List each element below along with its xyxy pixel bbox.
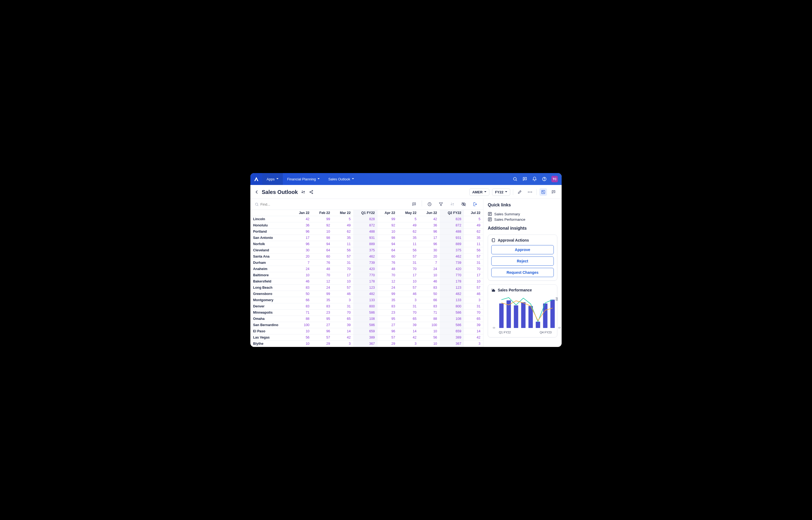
cell[interactable]: 29 xyxy=(377,341,398,347)
cell[interactable]: 62 xyxy=(333,229,353,235)
cell[interactable]: 57 xyxy=(312,335,333,341)
table-row[interactable]: Bakersfield46121017812104617810 xyxy=(250,279,483,285)
cell[interactable]: 39 xyxy=(333,322,353,328)
cell[interactable]: 10 xyxy=(419,341,440,347)
cell[interactable]: 27 xyxy=(377,322,398,328)
cell[interactable]: 20 xyxy=(292,254,312,260)
cell[interactable]: 88 xyxy=(292,316,312,322)
comments-icon[interactable] xyxy=(522,176,528,182)
cell[interactable]: 828 xyxy=(353,216,377,223)
cell[interactable]: 24 xyxy=(292,266,312,272)
cell[interactable]: 57 xyxy=(464,254,483,260)
cell[interactable]: 70 xyxy=(312,272,333,279)
cell[interactable]: 57 xyxy=(398,285,419,291)
cell[interactable]: 3 xyxy=(398,297,419,303)
cell[interactable]: 50 xyxy=(292,291,312,297)
cell[interactable]: 3 xyxy=(464,297,483,303)
cell[interactable]: 14 xyxy=(333,328,353,335)
cell[interactable]: 70 xyxy=(333,310,353,316)
table-row[interactable]: Greensboro50994648299465048246 xyxy=(250,291,483,297)
cell[interactable]: 65 xyxy=(333,316,353,322)
cell[interactable]: 57 xyxy=(398,254,419,260)
cell[interactable]: 99 xyxy=(312,291,333,297)
swap-icon[interactable] xyxy=(301,189,306,195)
cell[interactable]: 488 xyxy=(440,229,464,235)
col-header[interactable]: Jan 22 xyxy=(292,210,312,216)
col-header[interactable]: Jun 22 xyxy=(419,210,440,216)
cell[interactable]: 57 xyxy=(377,335,398,341)
cell[interactable]: 10 xyxy=(292,341,312,347)
cell[interactable]: 178 xyxy=(353,279,377,285)
cell[interactable]: 24 xyxy=(419,266,440,272)
cell[interactable]: 42 xyxy=(333,335,353,341)
cell[interactable]: 23 xyxy=(377,310,398,316)
cell[interactable]: 7 xyxy=(419,260,440,266)
row-header[interactable]: Minneapolis xyxy=(250,310,292,316)
cell[interactable]: 46 xyxy=(333,291,353,297)
cell[interactable]: 20 xyxy=(419,254,440,260)
cell[interactable]: 39 xyxy=(398,322,419,328)
cell[interactable]: 482 xyxy=(353,291,377,297)
cell[interactable]: 10 xyxy=(398,279,419,285)
table-row[interactable]: Montgomery66353133353661333 xyxy=(250,297,483,303)
search-input[interactable] xyxy=(260,202,314,206)
cell[interactable]: 42 xyxy=(464,335,483,341)
row-header[interactable]: Portland xyxy=(250,229,292,235)
cell[interactable]: 17 xyxy=(398,272,419,279)
cell[interactable]: 96 xyxy=(312,328,333,335)
cell[interactable]: 56 xyxy=(464,247,483,254)
share-icon[interactable] xyxy=(309,189,314,195)
cell[interactable]: 70 xyxy=(464,266,483,272)
cell[interactable]: 17 xyxy=(292,235,312,241)
col-header[interactable]: Feb 22 xyxy=(312,210,333,216)
row-header[interactable]: Durham xyxy=(250,260,292,266)
row-header[interactable]: Lincoln xyxy=(250,216,292,223)
cell[interactable]: 133 xyxy=(440,297,464,303)
cell[interactable]: 375 xyxy=(440,247,464,254)
more-icon[interactable] xyxy=(526,188,534,196)
cell[interactable]: 83 xyxy=(377,303,398,310)
cell[interactable]: 31 xyxy=(398,303,419,310)
cell[interactable]: 83 xyxy=(292,285,312,291)
cell[interactable]: 23 xyxy=(312,310,333,316)
table-row[interactable]: Durham776317397631773931 xyxy=(250,260,483,266)
cell[interactable]: 931 xyxy=(440,235,464,241)
table-row[interactable]: Santa Ana20605746260572046257 xyxy=(250,254,483,260)
cell[interactable]: 56 xyxy=(333,247,353,254)
cell[interactable]: 96 xyxy=(377,328,398,335)
filter-icon[interactable] xyxy=(437,201,445,208)
cell[interactable]: 92 xyxy=(312,223,333,229)
cell[interactable]: 389 xyxy=(353,335,377,341)
cell[interactable]: 586 xyxy=(440,310,464,316)
table-row[interactable]: Omaha88956510895658810865 xyxy=(250,316,483,322)
cell[interactable]: 31 xyxy=(398,260,419,266)
cell[interactable]: 42 xyxy=(419,216,440,223)
cell[interactable]: 56 xyxy=(419,335,440,341)
quicklink-item[interactable]: Sales Performance xyxy=(488,217,557,222)
cell[interactable]: 17 xyxy=(419,235,440,241)
search-icon[interactable] xyxy=(512,176,518,182)
cell[interactable]: 71 xyxy=(419,310,440,316)
cell[interactable]: 96 xyxy=(292,229,312,235)
cell[interactable]: 70 xyxy=(333,266,353,272)
table-row[interactable]: El Paso10961465996141065914 xyxy=(250,328,483,335)
cell[interactable]: 46 xyxy=(464,291,483,297)
row-header[interactable]: San Bernardino xyxy=(250,322,292,328)
cell[interactable]: 123 xyxy=(440,285,464,291)
cell[interactable]: 96 xyxy=(292,241,312,247)
cell[interactable]: 367 xyxy=(440,341,464,347)
search-field[interactable] xyxy=(255,202,408,206)
cell[interactable]: 64 xyxy=(312,247,333,254)
cell[interactable]: 11 xyxy=(333,241,353,247)
cell[interactable]: 659 xyxy=(440,328,464,335)
cell[interactable]: 14 xyxy=(398,328,419,335)
cell[interactable]: 98 xyxy=(312,235,333,241)
cell[interactable]: 31 xyxy=(333,260,353,266)
cell[interactable]: 872 xyxy=(440,223,464,229)
data-grid[interactable]: Jan 22Feb 22Mar 22Q1 FY22Apr 22May 22Jun… xyxy=(250,210,483,347)
cell[interactable]: 17 xyxy=(333,272,353,279)
export-icon[interactable] xyxy=(471,201,479,208)
cell[interactable]: 30 xyxy=(419,247,440,254)
cell[interactable]: 29 xyxy=(312,341,333,347)
row-header[interactable]: Baltimore xyxy=(250,272,292,279)
